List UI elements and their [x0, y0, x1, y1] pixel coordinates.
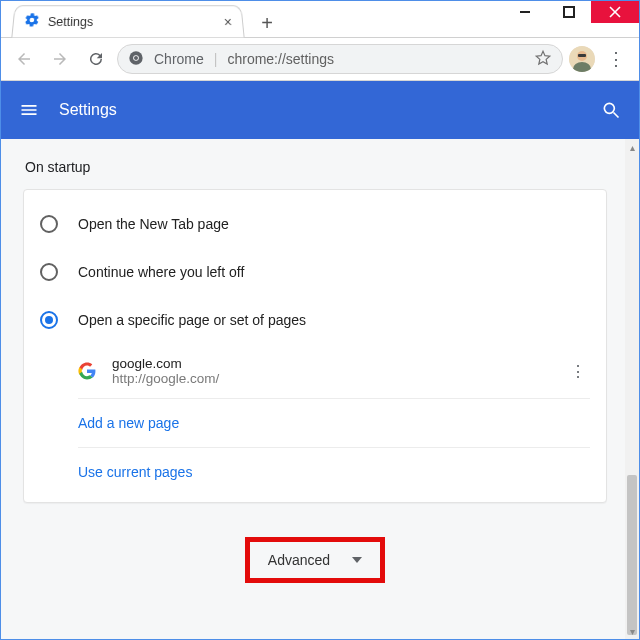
back-button[interactable]	[9, 44, 39, 74]
section-title-on-startup: On startup	[25, 159, 607, 175]
scroll-down-icon[interactable]: ▾	[625, 623, 639, 639]
svg-point-7	[569, 46, 595, 72]
svg-point-11	[604, 103, 614, 113]
svg-point-6	[134, 56, 138, 60]
use-current-pages-link[interactable]: Use current pages	[78, 448, 590, 496]
hamburger-menu-icon[interactable]	[19, 100, 39, 120]
svg-point-4	[129, 51, 142, 64]
chrome-menu-button[interactable]: ⋮	[601, 44, 631, 74]
svg-rect-9	[578, 54, 586, 57]
omnibox-url: chrome://settings	[227, 51, 334, 67]
startup-page-row: google.com http://google.com/ ⋮	[78, 344, 590, 399]
startup-option-specific[interactable]: Open a specific page or set of pages	[40, 296, 590, 344]
advanced-section: Advanced	[23, 537, 607, 583]
option-label: Continue where you left off	[78, 264, 244, 280]
omnibox-separator: |	[214, 51, 218, 67]
tab-settings[interactable]: Settings ×	[11, 5, 244, 37]
settings-content: On startup Open the New Tab page Continu…	[1, 139, 625, 639]
scrollbar[interactable]: ▴ ▾	[625, 139, 639, 639]
settings-page: Settings On startup Open the New Tab pag…	[1, 81, 639, 639]
svg-line-12	[614, 113, 619, 118]
radio-selected-icon	[40, 311, 58, 329]
reload-button[interactable]	[81, 44, 111, 74]
startup-option-newtab[interactable]: Open the New Tab page	[40, 200, 590, 248]
chrome-product-icon	[128, 50, 144, 69]
on-startup-card: Open the New Tab page Continue where you…	[23, 189, 607, 503]
page-row-more-icon[interactable]: ⋮	[570, 362, 590, 381]
browser-window: Settings × + Chrome | chrome://settings	[0, 0, 640, 640]
advanced-toggle[interactable]: Advanced	[245, 537, 385, 583]
settings-header-title: Settings	[59, 101, 117, 119]
svg-point-10	[573, 62, 591, 72]
settings-search-icon[interactable]	[601, 100, 621, 120]
address-bar[interactable]: Chrome | chrome://settings	[117, 44, 563, 74]
svg-point-8	[577, 51, 587, 61]
omnibox-scheme: Chrome	[154, 51, 204, 67]
startup-page-name: google.com	[112, 356, 219, 371]
startup-page-url: http://google.com/	[112, 371, 219, 386]
advanced-label: Advanced	[268, 552, 330, 568]
bookmark-star-icon[interactable]	[534, 49, 552, 70]
browser-toolbar: Chrome | chrome://settings ⋮	[1, 37, 639, 81]
google-favicon-icon	[78, 362, 96, 380]
radio-unselected-icon	[40, 215, 58, 233]
forward-button[interactable]	[45, 44, 75, 74]
radio-unselected-icon	[40, 263, 58, 281]
svg-point-5	[133, 55, 139, 61]
option-label: Open the New Tab page	[78, 216, 229, 232]
new-tab-button[interactable]: +	[253, 9, 281, 37]
startup-option-continue[interactable]: Continue where you left off	[40, 248, 590, 296]
gear-icon	[23, 12, 41, 31]
add-new-page-link[interactable]: Add a new page	[78, 399, 590, 448]
startup-pages-list: google.com http://google.com/ ⋮ Add a ne…	[78, 344, 590, 496]
option-label: Open a specific page or set of pages	[78, 312, 306, 328]
settings-header: Settings	[1, 81, 639, 139]
scroll-up-icon[interactable]: ▴	[625, 139, 639, 155]
tab-strip: Settings × +	[1, 1, 639, 37]
profile-avatar[interactable]	[569, 46, 595, 72]
tab-close-icon[interactable]: ×	[223, 14, 233, 30]
scroll-thumb[interactable]	[627, 475, 637, 635]
tab-title: Settings	[47, 15, 93, 29]
chevron-down-icon	[352, 557, 362, 563]
